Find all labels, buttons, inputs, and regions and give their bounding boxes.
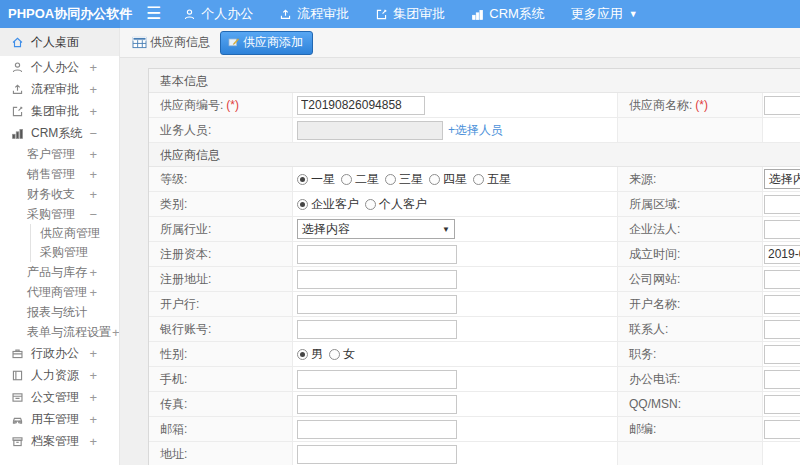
sidebar-item-label: CRM系统 [31, 125, 82, 142]
top-nav-item-3[interactable]: CRM系统 [471, 5, 545, 23]
expand-toggle-icon[interactable]: + [89, 346, 97, 361]
tab-bar: 供应商信息供应商添加 [120, 28, 800, 58]
text-input[interactable] [297, 445, 457, 464]
text-input[interactable] [297, 395, 457, 414]
text-input[interactable] [764, 370, 800, 389]
sidebar-item-18[interactable]: 用车管理+ [0, 408, 119, 430]
menu-icon[interactable]: ☰ [146, 1, 161, 27]
expand-toggle-icon[interactable]: + [89, 412, 97, 427]
form-row: 性别:男女职务: [149, 342, 800, 367]
tab-0[interactable]: 供应商信息 [132, 34, 210, 51]
expand-toggle-icon[interactable]: + [89, 60, 97, 75]
sidebar-item-6[interactable]: 销售管理+ [0, 164, 119, 184]
label-cell: 企业法人: [617, 217, 763, 241]
value-cell [763, 367, 800, 391]
radio-option[interactable]: 男 [297, 346, 323, 363]
text-input[interactable] [764, 96, 800, 115]
radio-option[interactable]: 企业客户 [297, 196, 359, 213]
expand-toggle-icon[interactable]: − [89, 126, 97, 141]
select-input[interactable]: 选择内容▼ [764, 169, 800, 189]
field-label: 所属行业: [160, 221, 211, 238]
expand-toggle-icon[interactable]: + [89, 104, 97, 119]
sidebar-item-3[interactable]: 集团审批+ [0, 100, 119, 122]
sidebar-item-5[interactable]: 客户管理+ [0, 144, 119, 164]
label-cell: 类别: [149, 192, 293, 216]
top-nav-item-0[interactable]: 个人办公 [183, 5, 253, 23]
radio-option[interactable]: 女 [329, 346, 355, 363]
top-nav-item-1[interactable]: 流程审批 [279, 5, 349, 23]
text-input[interactable] [764, 195, 800, 214]
expand-toggle-icon[interactable]: + [89, 390, 97, 405]
value-cell [293, 417, 617, 441]
sidebar-item-11[interactable]: 产品与库存+ [0, 262, 119, 282]
expand-toggle-icon[interactable]: + [89, 434, 97, 449]
add-icon [227, 36, 240, 48]
sidebar-item-10[interactable]: 采购管理 [30, 243, 119, 262]
expand-toggle-icon[interactable]: + [112, 325, 120, 340]
form-row: 业务人员:+选择人员 [149, 118, 800, 143]
sidebar-item-15[interactable]: 行政办公+ [0, 342, 119, 364]
label-cell: 所属区域: [617, 192, 763, 216]
value-cell [293, 367, 617, 391]
sidebar: 个人桌面个人办公+流程审批+集团审批+CRM系统−客户管理+销售管理+财务收支+… [0, 28, 120, 465]
text-input[interactable] [297, 245, 457, 264]
sidebar-item-label: 产品与库存 [27, 264, 87, 281]
expand-toggle-icon[interactable]: + [89, 187, 97, 202]
form-row: 等级:一星二星三星四星五星来源:选择内容▼ [149, 167, 800, 192]
top-nav-item-4[interactable]: 更多应用▼ [571, 5, 638, 23]
expand-toggle-icon[interactable]: + [89, 285, 97, 300]
sidebar-item-12[interactable]: 代理商管理+ [0, 282, 119, 302]
sidebar-item-9[interactable]: 供应商管理 [30, 224, 119, 243]
text-input[interactable] [297, 295, 457, 314]
radio-option[interactable]: 三星 [385, 171, 423, 188]
text-input[interactable] [297, 121, 443, 140]
sidebar-item-0[interactable]: 个人桌面 [0, 28, 119, 56]
text-input[interactable] [764, 420, 800, 439]
caret-down-icon: ▼ [442, 225, 450, 234]
radio-option[interactable]: 一星 [297, 171, 335, 188]
choose-person-link[interactable]: +选择人员 [448, 122, 503, 139]
expand-toggle-icon[interactable]: + [89, 368, 97, 383]
expand-toggle-icon[interactable]: − [89, 207, 97, 222]
sidebar-item-14[interactable]: 表单与流程设置+ [0, 322, 119, 342]
sidebar-item-16[interactable]: 人力资源+ [0, 364, 119, 386]
top-nav-item-2[interactable]: 集团审批 [375, 5, 445, 23]
text-input[interactable] [764, 295, 800, 314]
sidebar-item-19[interactable]: 档案管理+ [0, 430, 119, 452]
expand-toggle-icon[interactable]: + [89, 82, 97, 97]
sidebar-item-4[interactable]: CRM系统− [0, 122, 119, 144]
text-input[interactable] [297, 96, 425, 115]
expand-toggle-icon[interactable]: + [89, 147, 97, 162]
edit-icon [375, 8, 388, 21]
expand-toggle-icon[interactable]: + [89, 167, 97, 182]
label-cell: 传真: [149, 392, 293, 416]
tab-1[interactable]: 供应商添加 [220, 31, 313, 55]
text-input[interactable] [297, 420, 457, 439]
radio-option[interactable]: 五星 [473, 171, 511, 188]
field-label: 办公电话: [629, 371, 680, 388]
sidebar-item-1[interactable]: 个人办公+ [0, 56, 119, 78]
text-input[interactable] [764, 270, 800, 289]
radio-option[interactable]: 个人客户 [365, 196, 427, 213]
label-cell: QQ/MSN: [617, 392, 763, 416]
sidebar-item-13[interactable]: 报表与统计 [0, 302, 119, 322]
text-input[interactable] [297, 270, 457, 289]
radio-option[interactable]: 二星 [341, 171, 379, 188]
sidebar-item-7[interactable]: 财务收支+ [0, 184, 119, 204]
text-input[interactable] [297, 370, 457, 389]
expand-toggle-icon[interactable]: + [89, 265, 97, 280]
sidebar-item-8[interactable]: 采购管理− [0, 204, 119, 224]
sidebar-item-17[interactable]: 公文管理+ [0, 386, 119, 408]
radio-option[interactable]: 四星 [429, 171, 467, 188]
field-label: 注册资本: [160, 246, 211, 263]
select-input[interactable]: 选择内容▼ [297, 219, 455, 239]
text-input[interactable] [297, 320, 457, 339]
text-input[interactable] [764, 395, 800, 414]
sidebar-item-label: 代理商管理 [27, 284, 87, 301]
sidebar-item-2[interactable]: 流程审批+ [0, 78, 119, 100]
text-input[interactable] [764, 245, 800, 264]
radio-label: 四星 [443, 171, 467, 188]
text-input[interactable] [764, 345, 800, 364]
text-input[interactable] [764, 320, 800, 339]
text-input[interactable] [764, 220, 800, 239]
